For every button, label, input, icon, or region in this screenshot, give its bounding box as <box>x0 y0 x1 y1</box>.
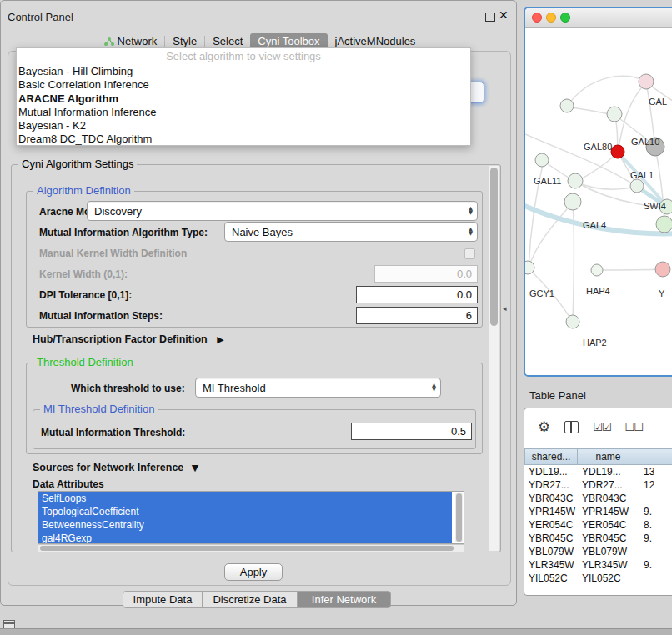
group-title: Algorithm Definition <box>33 184 134 197</box>
tab-impute-data[interactable]: Impute Data <box>123 591 203 608</box>
network-node-label: GAL80 <box>584 142 612 152</box>
panel-splitter-arrow-icon[interactable]: ◂ <box>503 304 507 312</box>
tab-label: Discretize Data <box>213 593 286 606</box>
table-cell: YIL052C <box>524 572 578 584</box>
network-node[interactable] <box>630 179 644 192</box>
network-node[interactable] <box>564 193 581 210</box>
network-node[interactable] <box>568 173 583 188</box>
attributes-scrollbar-thumb[interactable] <box>456 493 462 542</box>
select-all-checks-icon[interactable]: ☑☑ <box>593 421 610 433</box>
columns-icon[interactable] <box>564 421 579 433</box>
which-threshold-combobox[interactable]: MI Threshold ▲▼ <box>195 378 441 398</box>
mi-steps-label: Mutual Information Steps: <box>39 310 163 322</box>
close-icon[interactable]: ✕ <box>499 8 509 22</box>
network-window-titlebar[interactable] <box>525 8 672 28</box>
field-value: 0.5 <box>451 425 466 438</box>
zoom-traffic-light-icon[interactable] <box>560 12 570 22</box>
table-row[interactable]: YBR043CYBR043C <box>524 492 672 505</box>
table-row[interactable]: YLR345WYLR345W9. <box>524 558 672 572</box>
manual-kernel-checkbox[interactable] <box>464 248 475 259</box>
network-node[interactable] <box>607 107 622 122</box>
network-node[interactable] <box>611 145 624 158</box>
column-header-shared-name[interactable]: shared... <box>524 448 578 465</box>
field-value: 0.0 <box>457 268 472 280</box>
dpi-tolerance-field[interactable]: 0.0 <box>356 286 478 303</box>
network-view-window: GALGAL80GAL10GAL11GAL1SWI4GAL4GCY1HAP4YH… <box>524 7 672 377</box>
network-edge[interactable] <box>597 269 663 270</box>
network-graph[interactable]: GALGAL80GAL10GAL11GAL1SWI4GAL4GCY1HAP4YH… <box>525 28 672 376</box>
table-cell: 8. <box>639 519 672 531</box>
table-row[interactable]: YBR045CYBR045C9. <box>524 532 672 545</box>
dropdown-item[interactable]: Mutual Information Inference <box>17 106 470 119</box>
table-row[interactable]: YER054CYER054C8. <box>524 518 672 532</box>
network-node[interactable] <box>591 264 603 276</box>
table-cell: YBL079W <box>524 546 578 558</box>
network-node-label: Y <box>659 288 665 298</box>
table-row[interactable]: YBL079WYBL079W <box>524 545 672 558</box>
gear-icon[interactable]: ⚙ <box>538 418 550 435</box>
tab-discretize-data[interactable]: Discretize Data <box>202 591 298 608</box>
close-traffic-light-icon[interactable] <box>532 12 542 22</box>
apply-button[interactable]: Apply <box>224 563 283 581</box>
which-threshold-label: Which threshold to use: <box>71 382 185 394</box>
field-value: 0.0 <box>457 288 472 301</box>
combo-value: MI Threshold <box>203 382 266 394</box>
field-value: 6 <box>466 309 472 322</box>
dropdown-item[interactable]: Bayesian - K2 <box>17 119 470 132</box>
network-node-label: GAL <box>649 97 667 107</box>
network-node[interactable] <box>525 261 534 274</box>
attribute-item-selected[interactable]: TopologicalCoefficient <box>38 505 452 518</box>
network-canvas[interactable]: GALGAL80GAL10GAL11GAL1SWI4GAL4GCY1HAP4YH… <box>525 28 672 376</box>
aracne-mode-combobox[interactable]: Discovery ▲▼ <box>87 201 478 221</box>
network-node-label: GCY1 <box>529 288 554 298</box>
network-node-label: GAL4 <box>583 220 606 230</box>
network-edge[interactable] <box>567 76 646 107</box>
table-cell: 12 <box>639 479 672 491</box>
dropdown-item[interactable]: Bayesian - Hill Climbing <box>17 65 470 78</box>
float-window-icon[interactable] <box>485 12 495 22</box>
attributes-scrollbar-track[interactable] <box>455 492 463 542</box>
attribute-item-selected[interactable]: gal4RGexp <box>38 532 452 544</box>
table-cell: 9. <box>639 506 672 518</box>
table-panel-window: ⚙ ☑☑ ☐☐ shared... name YDL19...YDL19...1… <box>524 408 672 596</box>
network-node[interactable] <box>656 216 672 232</box>
attributes-hscrollbar-track[interactable] <box>38 544 464 552</box>
attribute-item-selected[interactable]: BetweennessCentrality <box>38 518 452 532</box>
table-cell: YLR345W <box>578 559 639 571</box>
minimize-traffic-light-icon[interactable] <box>546 12 556 22</box>
network-node-label: HAP4 <box>586 286 610 296</box>
column-header-name[interactable]: name <box>578 448 639 465</box>
network-node[interactable] <box>560 99 574 112</box>
network-node[interactable] <box>535 153 549 167</box>
kernel-width-field[interactable]: 0.0 <box>374 265 478 282</box>
mi-type-combobox[interactable]: Naive Bayes ▲▼ <box>224 222 478 242</box>
manual-kernel-label: Manual Kernel Width Definition <box>39 248 187 259</box>
clear-all-checks-icon[interactable]: ☐☐ <box>625 421 643 433</box>
network-node[interactable] <box>566 315 579 328</box>
network-node-label: SWI4 <box>644 201 666 211</box>
attributes-hscrollbar-thumb[interactable] <box>40 546 454 551</box>
dropdown-item[interactable]: Basic Correlation Inference <box>17 78 470 92</box>
attribute-item-selected[interactable]: SelfLoops <box>38 492 452 505</box>
network-node[interactable] <box>655 262 670 277</box>
apply-label: Apply <box>240 566 268 578</box>
dropdown-item[interactable]: Dream8 DC_TDC Algorithm <box>17 132 470 146</box>
network-edge[interactable] <box>575 182 637 189</box>
sources-section-toggle[interactable]: Sources for Network Inference ▼ <box>33 462 198 473</box>
attribute-items: SelfLoopsTopologicalCoefficientBetweenne… <box>38 492 464 544</box>
combo-stepper-icon: ▲▼ <box>432 383 436 392</box>
table-row[interactable]: YPR145WYPR145W9. <box>524 505 672 518</box>
hub-section-toggle[interactable]: Hub/Transcription Factor Definition ▶ <box>33 333 224 345</box>
network-node[interactable] <box>639 74 654 89</box>
column-header-partial[interactable] <box>639 448 672 465</box>
settings-scrollbar-thumb[interactable] <box>490 168 498 326</box>
dropdown-item[interactable]: ARACNE Algorithm <box>17 92 470 106</box>
table-row[interactable]: YDL19...YDL19...13 <box>524 465 672 478</box>
tab-infer-network[interactable]: Infer Network <box>297 591 391 608</box>
mi-steps-field[interactable]: 6 <box>356 307 478 324</box>
table-body: YDL19...YDL19...13YDR27...YDR27...12YBR0… <box>524 465 672 585</box>
table-row[interactable]: YDR27...YDR27...12 <box>524 478 672 492</box>
table-row[interactable]: YIL052CYIL052C <box>524 572 672 585</box>
mi-threshold-field[interactable]: 0.5 <box>351 422 472 440</box>
data-attributes-list[interactable]: SelfLoopsTopologicalCoefficientBetweenne… <box>38 491 464 544</box>
